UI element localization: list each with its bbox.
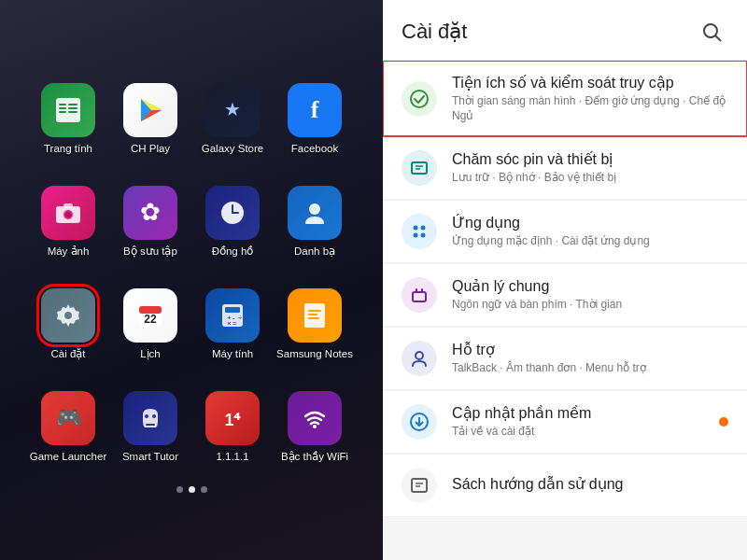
- support-icon: [402, 341, 437, 376]
- settings-item-software-update[interactable]: Cập nhật phần mềmTải về và cài đặt: [383, 391, 747, 454]
- app-item-calculator[interactable]: +-÷×=Máy tính: [191, 273, 274, 376]
- facebook-icon: f: [288, 83, 342, 137]
- user-manual-title: Sách hướng dẫn sử dụng: [452, 475, 728, 493]
- app-grid: Trang tínhCH Play★Galaxy StorefFacebookM…: [27, 68, 356, 479]
- chplay-icon: [123, 83, 177, 137]
- facebook-label: Facebook: [291, 143, 339, 156]
- svg-point-21: [309, 203, 320, 215]
- svg-point-44: [704, 24, 717, 37]
- app-item-sheets[interactable]: Trang tính: [27, 68, 109, 171]
- app-item-camera[interactable]: Máy ảnh: [27, 171, 109, 273]
- svg-text:★: ★: [224, 99, 241, 119]
- svg-point-40: [145, 414, 148, 418]
- svg-text:22: 22: [144, 313, 157, 326]
- settings-panel: Cài đặt Tiện ích số và kiểm soát truy cậ…: [383, 0, 747, 560]
- general-text: Quản lý chungNgôn ngữ và bàn phím · Thời…: [452, 277, 728, 313]
- svg-rect-36: [308, 314, 317, 315]
- settings-title: Cài đặt: [402, 20, 467, 44]
- svg-rect-28: [225, 307, 240, 313]
- settings-item-user-manual[interactable]: Sách hướng dẫn sử dụng: [383, 455, 747, 517]
- calculator-icon: +-÷×=: [205, 288, 260, 343]
- apps-subtitle: Ứng dụng mặc định · Cài đặt ứng dụng: [452, 234, 728, 249]
- app-item-calendar[interactable]: 22Lịch: [109, 273, 191, 376]
- svg-text:✿: ✿: [140, 198, 161, 226]
- svg-text:f: f: [311, 96, 319, 123]
- settings-item-support[interactable]: Hỗ trợTalkBack · Âm thanh đơn · Menu hỗ …: [383, 328, 747, 390]
- battery-device-subtitle: Lưu trữ · Bộ nhớ · Bảo vệ thiết bị: [452, 171, 728, 186]
- svg-rect-2: [59, 107, 66, 109]
- settings-icon: [41, 288, 95, 343]
- svg-rect-54: [413, 292, 426, 301]
- galaxy-store-label: Galaxy Store: [202, 143, 263, 156]
- digital-wellbeing-text: Tiện ích số và kiểm soát truy cậpThời gi…: [452, 74, 728, 123]
- general-icon: [402, 277, 437, 313]
- svg-rect-1: [59, 104, 66, 105]
- contacts-icon: [288, 186, 342, 240]
- digital-wellbeing-subtitle: Thời gian sáng màn hình · Đếm giờ ứng dụ…: [452, 94, 728, 123]
- wifi-master-icon: [288, 391, 342, 445]
- svg-rect-16: [63, 203, 73, 208]
- app-item-clock[interactable]: Đồng hồ: [191, 171, 274, 273]
- page-dot-1: [189, 486, 195, 493]
- app-item-game-launcher[interactable]: 🎮Game Launcher: [27, 376, 109, 479]
- app-item-galaxy-store[interactable]: ★Galaxy Store: [191, 68, 274, 171]
- digital-wellbeing-icon: [402, 81, 437, 117]
- app-item-contacts[interactable]: Danh bạ: [274, 171, 356, 273]
- software-update-title: Cập nhật phần mềm: [452, 404, 704, 422]
- svg-point-53: [421, 233, 426, 238]
- settings-item-digital-wellbeing[interactable]: Tiện ích số và kiểm soát truy cậpThời gi…: [383, 61, 747, 137]
- app-item-chplay[interactable]: CH Play: [109, 68, 191, 171]
- search-button[interactable]: [695, 15, 728, 49]
- software-update-icon: [402, 404, 437, 440]
- samsung-notes-icon: [288, 288, 342, 343]
- samsung-notes-label: Samsung Notes: [276, 348, 353, 361]
- camera-icon: [41, 186, 95, 240]
- settings-header: Cài đặt: [383, 0, 747, 61]
- camera-label: Máy ảnh: [48, 245, 90, 259]
- svg-rect-47: [412, 162, 427, 174]
- clock-label: Đồng hồ: [212, 245, 254, 259]
- svg-point-15: [65, 212, 71, 217]
- battery-device-text: Chăm sóc pin và thiết bịLưu trữ · Bộ nhớ…: [452, 150, 728, 186]
- app-item-smart-tutor[interactable]: Smart Tutor: [109, 376, 191, 479]
- settings-item-apps[interactable]: Ứng dụngỨng dụng mặc định · Cài đặt ứng …: [383, 201, 747, 263]
- app-item-wifi-master[interactable]: Bậc thầy WiFi: [274, 376, 356, 479]
- contacts-label: Danh bạ: [294, 245, 335, 259]
- support-subtitle: TalkBack · Âm thanh đơn · Menu hỗ trợ: [452, 361, 728, 376]
- svg-point-43: [313, 425, 317, 428]
- settings-item-general[interactable]: Quản lý chungNgôn ngữ và bàn phím · Thời…: [383, 264, 747, 327]
- apps-title: Ứng dụng: [452, 214, 728, 231]
- app-item-settings[interactable]: Cài đặt: [27, 273, 109, 376]
- apps-text: Ứng dụngỨng dụng mặc định · Cài đặt ứng …: [452, 214, 728, 249]
- game-launcher-icon: 🎮: [41, 391, 95, 445]
- app-item-111[interactable]: 1⁴1.1.1.1: [191, 376, 274, 479]
- svg-text:1⁴: 1⁴: [224, 411, 241, 429]
- svg-point-51: [421, 226, 426, 231]
- wifi-master-label: Bậc thầy WiFi: [281, 451, 348, 464]
- svg-point-23: [64, 312, 72, 319]
- svg-rect-0: [56, 98, 80, 122]
- settings-list: Tiện ích số và kiểm soát truy cậpThời gi…: [383, 61, 747, 560]
- svg-rect-39: [146, 424, 155, 426]
- apps-icon: [402, 214, 437, 249]
- user-manual-icon: [402, 468, 437, 503]
- svg-point-41: [152, 414, 156, 418]
- software-update-text: Cập nhật phần mềmTải về và cài đặt: [452, 404, 704, 440]
- svg-rect-60: [412, 479, 427, 492]
- smart-tutor-icon: [123, 391, 177, 445]
- app-item-collection[interactable]: ✿Bộ sưu tập: [109, 171, 191, 273]
- chplay-label: CH Play: [131, 143, 170, 156]
- app-item-facebook[interactable]: fFacebook: [274, 68, 356, 171]
- calendar-label: Lịch: [140, 348, 161, 361]
- 111-icon: 1⁴: [205, 391, 260, 445]
- digital-wellbeing-title: Tiện ích số và kiểm soát truy cập: [452, 74, 728, 91]
- app-item-samsung-notes[interactable]: Samsung Notes: [274, 273, 356, 376]
- svg-text:🎮: 🎮: [56, 405, 82, 430]
- svg-rect-5: [68, 107, 78, 109]
- settings-label: Cài đặt: [50, 348, 85, 361]
- settings-item-battery-device[interactable]: Chăm sóc pin và thiết bịLưu trữ · Bộ nhớ…: [383, 137, 747, 200]
- software-update-subtitle: Tải về và cài đặt: [452, 425, 704, 440]
- svg-rect-4: [68, 104, 78, 105]
- svg-point-57: [416, 352, 423, 359]
- svg-rect-37: [308, 317, 319, 319]
